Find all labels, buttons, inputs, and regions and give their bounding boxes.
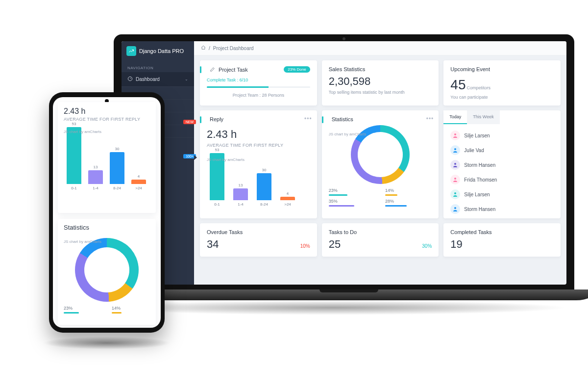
- avatar-icon: [450, 204, 460, 214]
- team-line: Project Team : 28 Persons: [207, 93, 310, 98]
- laptop-camera: [343, 37, 345, 40]
- brand-name: Django Datta PRO: [139, 48, 184, 54]
- bar-column: 131-4: [233, 183, 248, 207]
- bar-rect: [257, 173, 271, 200]
- legend-pct: 14%: [112, 306, 150, 311]
- phone-bar-chart: 530-1131-4308-244>24: [64, 127, 150, 190]
- chevron-down-icon: ⌄: [185, 77, 188, 81]
- legend-bar: [385, 194, 397, 196]
- bar-column: 131-4: [88, 165, 103, 190]
- dashboard-root: Django Datta PRO NAVIGATION Dashboard ⌄: [122, 41, 566, 285]
- avatar-icon: [450, 189, 460, 199]
- bar-value: 53: [72, 122, 76, 126]
- reply-sub: AVERAGE TIME FOR FIRST REPLY: [207, 143, 310, 148]
- legend-item: 23%: [329, 188, 375, 196]
- brand[interactable]: Django Datta PRO: [122, 41, 194, 61]
- nav-item-dashboard[interactable]: Dashboard ⌄: [122, 72, 194, 86]
- tab-today[interactable]: Today: [443, 110, 467, 124]
- card-todo: Tasks to Do 25 30%: [322, 223, 439, 257]
- laptop-bezel: Django Datta PRO NAVIGATION Dashboard ⌄: [114, 34, 574, 289]
- person-row[interactable]: Frida Thomsen: [450, 172, 554, 187]
- card-title: Tasks to Do: [329, 229, 432, 235]
- phone-card-statistics: Statistics JS chart by amCharts 23%14%: [58, 219, 156, 325]
- breadcrumb: / Project Dashboard: [194, 41, 566, 55]
- bar-category: >24: [284, 202, 291, 207]
- laptop-base: [102, 289, 588, 300]
- bar-column: 4>24: [131, 174, 146, 190]
- bar-value: 13: [94, 165, 98, 169]
- overdue-value: 34: [207, 238, 219, 251]
- nav-item-label: Dashboard: [136, 77, 160, 82]
- bar-value: 30: [115, 147, 120, 151]
- person-row[interactable]: Storm Hansen: [450, 202, 554, 216]
- legend-pct: 14%: [385, 188, 432, 193]
- svg-point-1: [454, 133, 456, 135]
- card-people: Today This Week Silje LarsenJulie VadSto…: [443, 110, 561, 218]
- people-list: Silje LarsenJulie VadStorm HansenFrida T…: [450, 128, 554, 216]
- complete-line: Complete Task : 6/10: [207, 78, 310, 82]
- svg-point-6: [454, 207, 456, 209]
- people-tabs: Today This Week: [443, 110, 561, 124]
- legend-bar: [64, 312, 79, 314]
- legend-item: 14%: [385, 188, 432, 196]
- bar-value: 4: [287, 191, 289, 196]
- bar-rect: [280, 197, 295, 200]
- bar-rect: [233, 188, 248, 200]
- svg-point-2: [454, 148, 456, 150]
- bar-category: 8-24: [260, 202, 268, 207]
- legend-bar: [329, 205, 354, 207]
- card-grid: Project Task 23% Done Complete Task : 6/…: [194, 55, 566, 285]
- person-row[interactable]: Storm Hansen: [450, 158, 554, 172]
- bar-category: 8-24: [113, 186, 121, 190]
- svg-point-5: [454, 192, 456, 194]
- card-overdue: Overdue Tasks 34 10%: [200, 223, 317, 257]
- chart-credit: JS chart by amCharts: [64, 239, 101, 244]
- card-title: Project Task: [210, 67, 248, 73]
- card-menu-icon[interactable]: •••: [426, 115, 434, 122]
- card-menu-icon[interactable]: •••: [304, 115, 312, 122]
- card-upcoming: Upcoming Event 45 Competitors You can pa…: [443, 60, 561, 105]
- breadcrumb-title: Project Dashboard: [213, 46, 254, 51]
- home-icon[interactable]: [201, 45, 206, 51]
- bar-rect: [88, 170, 103, 184]
- phone-shadow: [43, 337, 171, 349]
- bar-column: 4>24: [280, 191, 295, 207]
- card-title: Upcoming Event: [450, 66, 554, 72]
- overdue-pct: 10%: [300, 243, 310, 249]
- sidebar-badge-new: NEW: [183, 120, 196, 124]
- legend-item: 28%: [385, 199, 432, 207]
- person-name: Storm Hansen: [464, 207, 495, 212]
- avatar-icon: [450, 131, 460, 140]
- person-name: Silje Larsen: [464, 192, 490, 197]
- person-row[interactable]: Silje Larsen: [450, 187, 554, 202]
- person-row[interactable]: Julie Vad: [450, 143, 554, 158]
- bar-column: 308-24: [110, 147, 124, 190]
- legend-bar: [112, 312, 122, 314]
- sales-value: 2,30,598: [329, 75, 432, 88]
- brand-logo-icon: [126, 46, 136, 56]
- tab-this-week[interactable]: This Week: [467, 110, 499, 124]
- bar-value: 4: [138, 174, 140, 179]
- bar-category: 0-1: [214, 202, 220, 207]
- bar-rect: [67, 127, 81, 184]
- legend-bar: [385, 205, 407, 207]
- bar-value: 13: [239, 183, 243, 187]
- card-project-task: Project Task 23% Done Complete Task : 6/…: [200, 60, 317, 105]
- person-row[interactable]: Silje Larsen: [450, 128, 554, 143]
- gauge-icon: [127, 76, 133, 82]
- bar-rect: [131, 180, 146, 184]
- todo-value: 25: [329, 238, 341, 251]
- card-title: Reply: [207, 116, 310, 122]
- card-reply: ••• Reply 2.43 h AVERAGE TIME FOR FIRST …: [200, 110, 317, 218]
- chart-credit: JS chart by amCharts: [329, 132, 367, 136]
- breadcrumb-sep: /: [209, 46, 210, 51]
- phone-card-reply: 2.43 h AVERAGE TIME FOR FIRST REPLY JS c…: [58, 102, 156, 213]
- chart-credit: JS chart by amCharts: [64, 130, 101, 134]
- todo-pct: 30%: [422, 243, 432, 249]
- chart-credit: JS chart by amCharts: [207, 158, 245, 162]
- legend-pct: 23%: [64, 306, 102, 311]
- edit-icon: [210, 67, 215, 72]
- card-statistics: ••• Statistics JS chart by amCharts 23%1…: [322, 110, 439, 218]
- svg-point-3: [454, 163, 456, 165]
- person-name: Frida Thomsen: [464, 177, 497, 183]
